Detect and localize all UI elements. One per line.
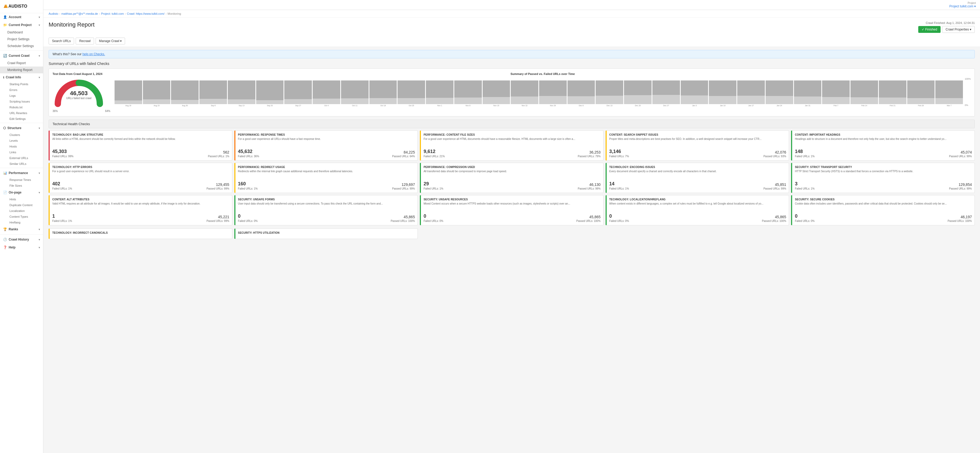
sidebar-structure[interactable]: ⬡ Structure ▾ xyxy=(0,124,43,132)
sidebar-item-clusters[interactable]: Clusters xyxy=(0,132,43,138)
check-card[interactable]: SECURITY: Secure Cookies Cookie data oft… xyxy=(791,195,975,225)
sidebar-crawl-history[interactable]: 🕐 Crawl History ▾ xyxy=(0,236,43,244)
recrawl-button[interactable]: Recrawl xyxy=(76,38,94,45)
breadcrumb-user[interactable]: matthias.pe**@s**-media.de xyxy=(61,12,98,15)
sidebar-item-duplicate-content[interactable]: Duplicate Content xyxy=(0,202,43,208)
sidebar-structure-label: Structure xyxy=(7,126,21,130)
sidebar-item-crawl-report[interactable]: Crawl Report xyxy=(0,60,43,67)
breadcrumb-crawl[interactable]: Crawl: https://www.tulkit.com/ xyxy=(127,12,164,15)
sidebar-crawl-info[interactable]: ℹ Crawl Info ▾ xyxy=(0,73,43,81)
bar-passed xyxy=(313,80,340,99)
bar-col: Mar 7 xyxy=(935,78,963,107)
sidebar-current-project-label: Current Project xyxy=(9,23,32,27)
manage-crawl-button[interactable]: Manage Crawl ▾ xyxy=(95,38,125,45)
check-card[interactable]: TECHNOLOGY: HTTP Errors For a good user … xyxy=(49,163,232,193)
breadcrumb-audisto[interactable]: Audisto xyxy=(49,12,58,15)
check-card[interactable]: PERFORMANCE: Content File Sizes For a go… xyxy=(420,131,603,161)
toolbar: Search URLs Recrawl Manage Crawl ▾ xyxy=(43,35,980,47)
sidebar-ranks[interactable]: 🏆 Ranks ▾ xyxy=(0,225,43,233)
check-card-title: CONTENT: Important Headings xyxy=(795,133,972,136)
bar-label: Aug 16 xyxy=(125,105,131,107)
bar-label: Nov 29 xyxy=(550,105,556,107)
check-card[interactable]: PERFORMANCE: Redirect Usage Redirects wi… xyxy=(234,163,418,193)
check-passed-pct: Passed URLs: 99% xyxy=(949,187,972,190)
bar-passed xyxy=(624,80,652,95)
sidebar-current-crawl[interactable]: 🔄 Current Crawl ▾ xyxy=(0,52,43,60)
tech-health-header: Technical Health Checks xyxy=(49,120,975,128)
check-card[interactable]: PERFORMANCE: Response Times For a good u… xyxy=(234,131,418,161)
sidebar-item-content-types[interactable]: Content Types xyxy=(0,214,43,220)
sidebar-on-page[interactable]: 📄 On-page ▾ xyxy=(0,188,43,196)
bar-stack xyxy=(709,80,737,104)
sidebar-current-project[interactable]: 📁 Current Project ▾ xyxy=(0,21,43,29)
bar-label: Dec 27 xyxy=(663,105,669,107)
sidebar-item-localization[interactable]: Localization xyxy=(0,208,43,214)
check-card-bottom[interactable]: TECHNOLOGY: Incorrect Canonicals xyxy=(49,228,232,239)
check-card-desc: For a good user experience all URLs shou… xyxy=(238,137,415,147)
check-card-bottom[interactable]: SECURITY: HTTPS Utilization xyxy=(234,228,418,239)
bar-failed xyxy=(681,96,708,104)
sidebar-item-robots-txt[interactable]: Robots.txt xyxy=(0,104,43,110)
sidebar-item-similar-urls[interactable]: Similar URLs xyxy=(0,161,43,167)
check-card-title: PERFORMANCE: Redirect Usage xyxy=(238,166,415,169)
check-card-desc: Mixed Content occurs when a secure HTTPS… xyxy=(423,202,601,211)
check-failed-pct: Failed URLs: 36% xyxy=(238,155,259,158)
topbar-project-name[interactable]: Project tulkit.com ▾ xyxy=(949,5,976,8)
sidebar-item-file-sizes[interactable]: File Sizes xyxy=(0,183,43,188)
breadcrumb-sep-4: › xyxy=(165,12,167,15)
finished-button[interactable]: ✓ Finished xyxy=(918,26,940,33)
sidebar-item-hosts[interactable]: Hosts xyxy=(0,144,43,149)
sidebar-item-monitoring-report[interactable]: Monitoring Report xyxy=(0,67,43,73)
check-card-title: SECURITY: Secure Cookies xyxy=(795,198,972,201)
check-card[interactable]: TECHNOLOGY: Localization/Hreflang When c… xyxy=(606,195,789,225)
sidebar-item-scheduler-settings[interactable]: Scheduler Settings xyxy=(0,43,43,49)
sidebar-item-edit-settings[interactable]: Edit Settings xyxy=(0,116,43,122)
check-card[interactable]: SECURITY: Strict Transport Security HTTP… xyxy=(791,163,975,193)
check-card[interactable]: SECURITY: Unsafe Forms User input data s… xyxy=(234,195,418,225)
check-card[interactable]: CONTENT: Important Headings Headings add… xyxy=(791,131,975,161)
bar-label: Oct 18 xyxy=(380,105,386,107)
sidebar-item-links[interactable]: Links xyxy=(0,149,43,155)
bar-stack xyxy=(596,80,623,104)
bar-col: Feb 21 xyxy=(879,78,907,107)
bar-failed xyxy=(454,97,482,104)
bar-passed xyxy=(199,80,227,99)
check-card[interactable]: PERFORMANCE: Compression Used All transf… xyxy=(420,163,603,193)
check-card-title-bottom: TECHNOLOGY: Incorrect Canonicals xyxy=(52,231,229,234)
sidebar-item-logs[interactable]: Logs xyxy=(0,93,43,99)
sidebar-item-errors[interactable]: Errors xyxy=(0,87,43,93)
sidebar-item-response-times[interactable]: Response Times xyxy=(0,177,43,183)
check-card-desc: Cookie data often includes user identifi… xyxy=(795,202,972,211)
check-card[interactable]: TECHNOLOGY: Bad Link Structure All links… xyxy=(49,131,232,161)
sidebar-item-external-urls[interactable]: External URLs xyxy=(0,155,43,161)
check-card[interactable]: CONTENT: Alt Attributes Valid HTML requi… xyxy=(49,195,232,225)
sidebar-item-project-settings[interactable]: Project Settings xyxy=(0,36,43,43)
sidebar-help[interactable]: ❓ Help ▾ xyxy=(0,244,43,251)
bar-label: Jan 24 xyxy=(776,105,782,107)
bar-col: Sep 6 xyxy=(199,78,227,107)
sidebar-item-levels[interactable]: Levels xyxy=(0,138,43,144)
sidebar-item-url-rewrites[interactable]: URL Rewrites xyxy=(0,110,43,116)
sidebar-item-scripting-issues[interactable]: Scripting Issues xyxy=(0,99,43,104)
check-card-title: TECHNOLOGY: Bad Link Structure xyxy=(52,133,229,136)
sidebar-item-hreflang[interactable]: Hreflang xyxy=(0,220,43,225)
check-card-stats: 160 129,697 xyxy=(238,181,415,187)
search-urls-button[interactable]: Search URLs xyxy=(49,38,74,45)
breadcrumb-project[interactable]: Project: tulkit.com xyxy=(101,12,124,15)
info-link[interactable]: help on Checks. xyxy=(83,52,105,56)
check-card-desc: When content exists in different languag… xyxy=(609,202,786,211)
sidebar-item-hints[interactable]: Hints xyxy=(0,196,43,202)
check-card[interactable]: CONTENT: Search Snippet Issues Proper ti… xyxy=(606,131,789,161)
crawl-properties-button[interactable]: Crawl Properties ▾ xyxy=(942,26,975,33)
sidebar-performance[interactable]: 📊 Performance ▾ xyxy=(0,169,43,177)
sidebar-item-starting-points[interactable]: Starting Points xyxy=(0,81,43,87)
check-card[interactable]: SECURITY: Unsafe Resources Mixed Content… xyxy=(420,195,603,225)
check-passed-pct: Passed URLs: 99% xyxy=(764,187,786,190)
check-failed-pct: Failed URLs: 1% xyxy=(423,187,443,190)
bar-col: Aug 16 xyxy=(115,78,142,107)
bar-failed xyxy=(596,96,623,104)
sidebar-account[interactable]: 👤 Account ▾ xyxy=(0,13,43,21)
sidebar-item-dashboard[interactable]: Dashboard xyxy=(0,29,43,36)
check-card[interactable]: TECHNOLOGY: Encoding Issues Every docume… xyxy=(606,163,789,193)
bar-stack xyxy=(115,80,142,104)
